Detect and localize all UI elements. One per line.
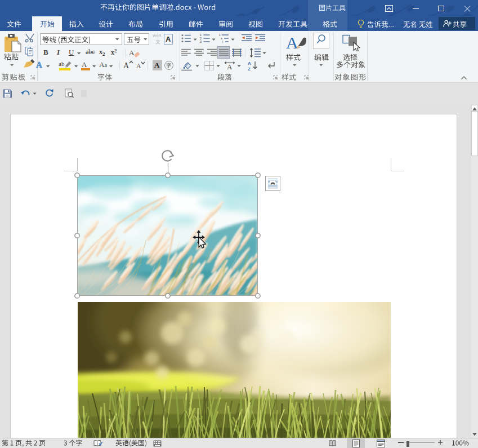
svg-text:A: A	[129, 48, 135, 57]
svg-text:i: i	[222, 40, 223, 43]
svg-text:A: A	[136, 63, 141, 69]
svg-text:Z: Z	[248, 66, 251, 71]
svg-text:ab: ab	[59, 60, 65, 67]
svg-text:A: A	[248, 61, 251, 66]
svg-text:A: A	[227, 63, 233, 71]
svg-text:3: 3	[200, 40, 202, 43]
svg-text:A: A	[82, 60, 87, 69]
svg-text:A: A	[123, 61, 129, 70]
